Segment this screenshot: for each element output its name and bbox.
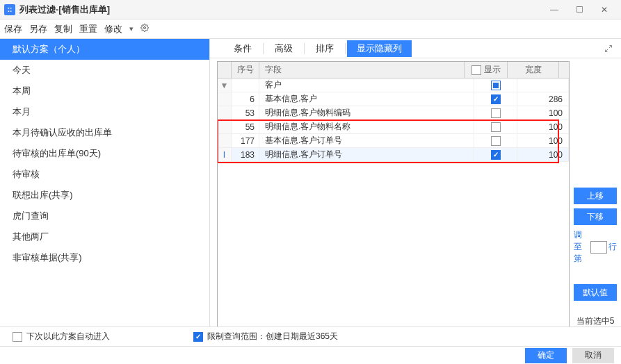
th-field[interactable]: 字段: [259, 62, 465, 78]
cell-seq: 183: [232, 148, 259, 161]
jump-unit: 行: [608, 241, 617, 253]
row-marker: [218, 120, 232, 133]
cell-field: 明细信息.客户订单号: [259, 148, 474, 161]
scheme-sidebar: 默认方案（个人） 今天 本周 本月 本月待确认应收的出库单 待审核的出库单(90…: [0, 39, 210, 346]
th-seq[interactable]: 序号: [232, 62, 259, 78]
table-row[interactable]: 53 明细信息.客户物料编码 100: [218, 106, 569, 120]
cell-field: 明细信息.客户物料名称: [259, 120, 474, 133]
expand-icon[interactable]: [602, 42, 615, 56]
window-title: 列表过滤-[销售出库单]: [19, 3, 110, 16]
sidebar-item-humen-query[interactable]: 虎门查询: [0, 206, 209, 226]
show-checkbox[interactable]: [491, 122, 501, 132]
app-icon: ::: [4, 4, 15, 15]
show-checkbox[interactable]: [491, 81, 501, 90]
sidebar-item-this-week[interactable]: 本周: [0, 81, 209, 101]
cell-width: 100: [517, 120, 569, 133]
cell-seq: 53: [232, 106, 259, 119]
table-row[interactable]: 55 明细信息.客户物料名称 100: [218, 120, 569, 134]
title-bar: :: 列表过滤-[销售出库单] — ☐ ✕: [0, 0, 621, 19]
checkbox-icon: [13, 332, 22, 342]
show-checkbox[interactable]: [491, 108, 501, 118]
move-up-button[interactable]: 上移: [574, 188, 617, 204]
th-scroll: [559, 62, 569, 78]
tabs: 条件 高级 排序 显示隐藏列: [210, 39, 621, 58]
show-checkbox[interactable]: ✓: [491, 94, 501, 104]
save-as-button[interactable]: 另存: [29, 23, 47, 35]
save-button[interactable]: 保存: [4, 23, 22, 35]
jump-label: 调至第: [574, 229, 589, 265]
row-marker: ▼: [218, 78, 232, 92]
sidebar-item-pending-audit-90[interactable]: 待审核的出库单(90天): [0, 143, 209, 164]
cell-seq: 177: [232, 134, 259, 147]
cell-seq: 6: [232, 92, 259, 106]
copy-button[interactable]: 复制: [54, 23, 72, 35]
cell-show[interactable]: [474, 134, 517, 147]
footer: 确定 取消: [0, 346, 621, 364]
table-row[interactable]: 6 基本信息.客户 ✓ 286: [218, 92, 569, 106]
row-marker: [218, 106, 232, 119]
svg-line-2: [606, 49, 608, 52]
th-show[interactable]: 显示: [465, 62, 508, 78]
move-down-button[interactable]: 下移: [574, 208, 617, 225]
more-dropdown[interactable]: ▾: [129, 24, 134, 33]
show-checkbox[interactable]: ✓: [491, 150, 501, 160]
sidebar-item-pending-audit[interactable]: 待审核: [0, 164, 209, 185]
cell-width: 100: [517, 148, 569, 161]
cancel-button[interactable]: 取消: [572, 348, 614, 363]
auto-enter-checkbox[interactable]: 下次以此方案自动进入: [13, 331, 110, 342]
cell-show[interactable]: [474, 120, 517, 133]
cell-show[interactable]: [474, 78, 517, 92]
cell-width: 100: [517, 134, 569, 147]
tab-conditions[interactable]: 条件: [224, 40, 261, 57]
jump-to-row[interactable]: 调至第 行: [574, 229, 617, 265]
sidebar-item-unaudited-shared[interactable]: 非审核单据(共享): [0, 247, 209, 268]
reset-button[interactable]: 重置: [79, 23, 97, 35]
cell-width: 100: [517, 106, 569, 119]
th-show-label: 显示: [484, 64, 501, 76]
tab-advanced[interactable]: 高级: [265, 40, 303, 57]
default-value-button[interactable]: 默认值: [574, 284, 617, 301]
cell-show[interactable]: ✓: [474, 92, 517, 106]
sidebar-item-other-factories[interactable]: 其他两厂: [0, 226, 209, 247]
table-row[interactable]: ▼ 客户: [218, 78, 569, 92]
settings-icon[interactable]: [140, 24, 149, 34]
svg-point-0: [144, 27, 146, 29]
sidebar-item-pending-receivable[interactable]: 本月待确认应收的出库单: [0, 122, 209, 143]
modify-button[interactable]: 修改: [104, 23, 122, 35]
limit-scope-checkbox[interactable]: ✓ 限制查询范围：创建日期最近365天: [193, 331, 338, 342]
cell-width: 286: [517, 92, 569, 106]
checkbox-icon: ✓: [193, 332, 203, 342]
table-row[interactable]: I 183 明细信息.客户订单号 ✓ 100: [218, 148, 569, 162]
auto-enter-label: 下次以此方案自动进入: [26, 331, 110, 342]
tab-sort[interactable]: 排序: [306, 40, 344, 57]
maximize-button[interactable]: ☐: [567, 1, 592, 18]
cell-seq: 55: [232, 120, 259, 133]
table-body: ▼ 客户 6 基本信息.客户 ✓ 286: [218, 78, 569, 327]
th-rownum: [218, 62, 232, 78]
sidebar-item-lenovo-out[interactable]: 联想出库(共享): [0, 185, 209, 206]
sidebar-item-this-month[interactable]: 本月: [0, 101, 209, 122]
cell-seq: [232, 78, 259, 92]
sidebar-item-today[interactable]: 今天: [0, 60, 209, 81]
jump-row-input[interactable]: [590, 241, 607, 254]
row-marker: [218, 134, 232, 147]
ok-button[interactable]: 确定: [525, 348, 567, 363]
cell-show[interactable]: [474, 106, 517, 119]
tab-show-hide-columns[interactable]: 显示隐藏列: [347, 40, 412, 57]
header-show-checkbox[interactable]: [471, 65, 481, 75]
sidebar-item-default[interactable]: 默认方案（个人）: [0, 39, 209, 60]
cell-width: [517, 78, 569, 92]
limit-scope-label: 限制查询范围：创建日期最近365天: [207, 331, 338, 342]
columns-table: 序号 字段 显示 宽度 ▼ 客户: [217, 61, 570, 343]
close-button[interactable]: ✕: [592, 1, 617, 18]
side-buttons: 上移 下移 调至第 行 默认值 当前选中5列: [574, 58, 621, 346]
row-marker: [218, 92, 232, 106]
minimize-button[interactable]: —: [542, 1, 567, 18]
svg-line-1: [609, 45, 612, 48]
show-checkbox[interactable]: [491, 136, 501, 146]
table-row[interactable]: 177 基本信息.客户订单号 100: [218, 134, 569, 148]
toolbar: 保存 另存 复制 重置 修改 ▾: [0, 19, 621, 39]
cell-show[interactable]: ✓: [474, 148, 517, 161]
th-width[interactable]: 宽度: [508, 62, 559, 78]
cell-field: 基本信息.客户: [259, 92, 474, 106]
